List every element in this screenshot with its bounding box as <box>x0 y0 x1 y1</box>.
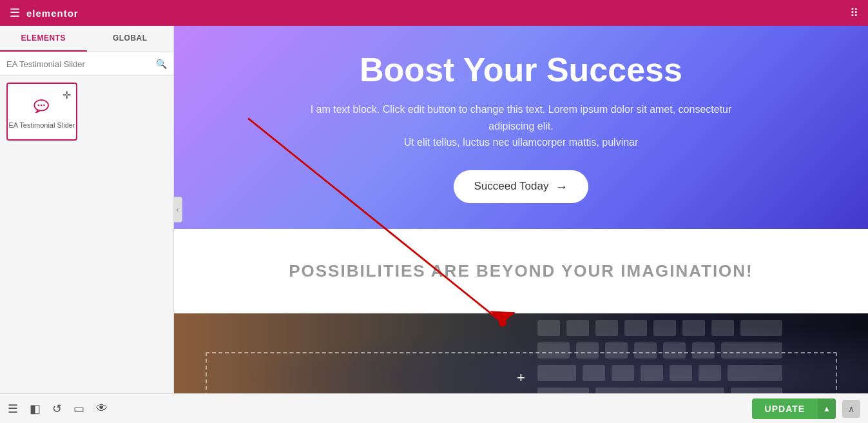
preview-icon[interactable]: 👁 <box>96 402 108 415</box>
search-input[interactable] <box>6 59 156 69</box>
drop-zone-plus: + <box>517 369 525 386</box>
layers-icon[interactable]: ◧ <box>30 402 41 416</box>
hero-button-arrow: → <box>555 179 568 194</box>
hero-subtitle: I am text block. Click edit button to ch… <box>296 101 747 151</box>
collapse-handle[interactable]: ‹ <box>173 197 182 222</box>
white-section: POSSIBILITIES ARE BEYOND YOUR IMAGINATIO… <box>174 229 868 313</box>
svg-rect-11 <box>740 320 782 336</box>
hero-button[interactable]: Succeed Today → <box>454 170 589 203</box>
widget-move-icon: ✛ <box>63 89 71 101</box>
dark-section: + <box>174 313 868 393</box>
hero-title: Boost Your Success <box>360 52 682 88</box>
update-dropdown-button[interactable]: ▲ <box>818 398 836 419</box>
svg-rect-7 <box>624 320 647 336</box>
sidebar-tabs: ELEMENTS GLOBAL <box>0 26 173 52</box>
svg-rect-6 <box>595 320 618 336</box>
bottom-bar-left: ☰ ◧ ↺ ▭ 👁 <box>8 402 108 416</box>
elementor-logo: elementor <box>26 8 79 19</box>
svg-rect-9 <box>682 320 705 336</box>
history-icon[interactable]: ↺ <box>52 402 62 416</box>
tab-elements[interactable]: ELEMENTS <box>0 26 87 52</box>
canvas-area: Boost Your Success I am text block. Clic… <box>174 26 868 393</box>
svg-point-1 <box>38 104 40 106</box>
hamburger-icon[interactable]: ☰ <box>10 6 20 20</box>
svg-rect-5 <box>566 320 589 336</box>
update-button[interactable]: UPDATE <box>752 398 818 419</box>
menu-icon[interactable]: ☰ <box>8 402 18 416</box>
svg-rect-10 <box>711 320 734 336</box>
top-bar: ☰ elementor ⠿ <box>0 0 868 26</box>
hero-section: Boost Your Success I am text block. Clic… <box>174 26 868 229</box>
grid-icon[interactable]: ⠿ <box>850 6 858 20</box>
sidebar-content: ✛ EA Testimonial Slider <box>0 76 173 393</box>
bottom-bar-right: UPDATE ▲ ∧ <box>752 398 860 419</box>
update-group: UPDATE ▲ <box>752 398 836 419</box>
top-bar-left: ☰ elementor <box>10 6 79 20</box>
sidebar: ELEMENTS GLOBAL 🔍 ✛ E <box>0 26 174 393</box>
drop-zone[interactable]: + <box>206 352 837 393</box>
tab-global[interactable]: GLOBAL <box>87 26 174 52</box>
svg-point-3 <box>43 104 45 106</box>
scroll-top-button[interactable]: ∧ <box>842 400 860 418</box>
svg-point-2 <box>41 104 42 106</box>
svg-rect-8 <box>653 320 676 336</box>
main-layout: ELEMENTS GLOBAL 🔍 ✛ E <box>0 26 868 393</box>
search-icon[interactable]: 🔍 <box>156 59 167 69</box>
hero-button-label: Succeed Today <box>474 180 549 193</box>
widget-label: EA Testimonial Slider <box>8 121 75 129</box>
widget-icon <box>30 95 53 118</box>
widget-card-testimonial[interactable]: ✛ EA Testimonial Slider <box>6 83 77 141</box>
bottom-bar: ☰ ◧ ↺ ▭ 👁 UPDATE ▲ ∧ <box>0 393 868 423</box>
possibilities-text: POSSIBILITIES ARE BEYOND YOUR IMAGINATIO… <box>289 261 753 281</box>
svg-rect-4 <box>537 320 560 336</box>
responsive-icon[interactable]: ▭ <box>73 402 84 416</box>
sidebar-search: 🔍 <box>0 52 173 76</box>
